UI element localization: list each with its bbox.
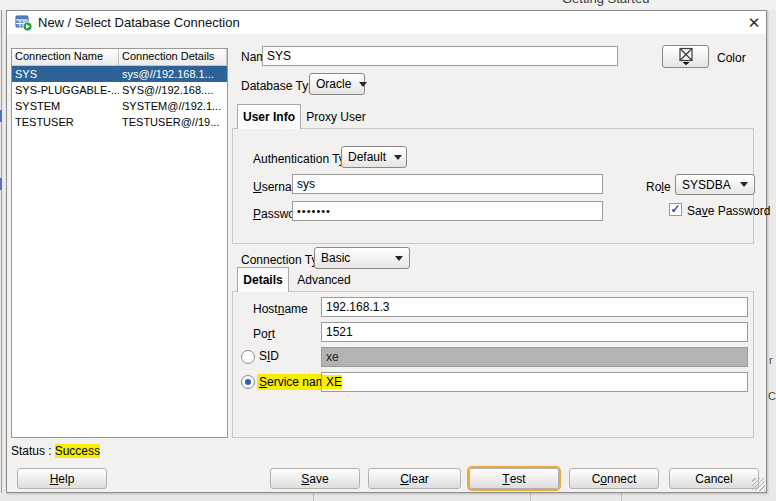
status-line: Status :Success <box>11 444 100 458</box>
connection-type-value: Basic <box>321 251 350 265</box>
table-row[interactable]: SYS sys@//192.168.1... <box>12 66 227 82</box>
close-icon[interactable]: ✕ <box>744 13 764 33</box>
screen: Getting Started r C New / Select Databas… <box>0 0 776 501</box>
connection-details-cell: SYSTEM@//192.1... <box>119 98 227 114</box>
chevron-down-icon <box>395 256 403 261</box>
chevron-down-icon <box>394 155 402 160</box>
background-divider <box>1 10 2 493</box>
background-text-fragment: r <box>769 354 773 366</box>
table-row[interactable]: SYSTEM SYSTEM@//192.1... <box>12 98 227 114</box>
help-button[interactable]: Help <box>17 468 107 489</box>
role-label: Role <box>646 180 671 194</box>
connection-details-cell: TESTUSER@//19... <box>119 114 227 130</box>
sid-value: xe <box>326 350 339 364</box>
save-password-label: Save Password <box>687 204 770 218</box>
chevron-down-icon <box>359 82 367 87</box>
column-header-connection-name[interactable]: Connection Name <box>12 49 119 66</box>
color-picker-button[interactable] <box>662 45 709 68</box>
hostname-input[interactable]: 192.168.1.3 <box>321 297 748 317</box>
sid-radio[interactable] <box>241 350 255 364</box>
service-name-input[interactable]: XE <box>321 372 748 392</box>
color-label: Color <box>717 51 746 65</box>
resize-grip[interactable] <box>752 478 765 491</box>
database-connection-icon <box>15 14 33 32</box>
connection-list: Connection Name Connection Details SYS s… <box>11 48 228 438</box>
save-password-checkbox[interactable]: ✓ <box>669 203 682 216</box>
name-input[interactable]: SYS <box>262 46 618 66</box>
cancel-button[interactable]: Cancel <box>669 468 759 489</box>
connection-name-cell: SYS-PLUGGABLE-... <box>12 82 119 98</box>
connection-name-cell: SYS <box>12 66 119 82</box>
tab-details[interactable]: Details <box>237 267 289 292</box>
background-app-right: r C <box>767 10 776 493</box>
table-row[interactable]: SYS-PLUGGABLE-... SYS@//192.168.... <box>12 82 227 98</box>
username-value: sys <box>297 177 315 191</box>
dialog-titlebar: New / Select Database Connection ✕ <box>7 11 766 34</box>
background-link-fragment <box>0 110 2 122</box>
sid-input: xe <box>321 347 748 367</box>
background-gridline <box>621 493 622 501</box>
port-input[interactable]: 1521 <box>321 322 748 342</box>
background-gridline <box>313 493 314 501</box>
tab-user-info[interactable]: User Info <box>237 104 301 129</box>
service-name-value: XE <box>322 375 342 389</box>
status-label: Status : <box>11 444 52 458</box>
connection-name-cell: SYSTEM <box>12 98 119 114</box>
tab-proxy-user[interactable]: Proxy User <box>304 104 368 129</box>
service-name-radio[interactable] <box>241 375 255 389</box>
chevron-down-icon <box>740 182 748 187</box>
port-label: Port <box>253 327 275 341</box>
port-value: 1521 <box>326 325 353 339</box>
database-type-dropdown[interactable]: Oracle <box>309 73 365 95</box>
name-value: SYS <box>267 49 291 63</box>
connection-name-cell: TESTUSER <box>12 114 119 130</box>
connection-details-cell: sys@//192.168.1... <box>119 66 227 82</box>
connection-type-dropdown[interactable]: Basic <box>314 247 410 269</box>
hostname-label: Hostname <box>253 302 308 316</box>
hostname-value: 192.168.1.3 <box>326 300 389 314</box>
database-connection-dialog: New / Select Database Connection ✕ Conne… <box>6 10 767 493</box>
column-header-connection-details[interactable]: Connection Details <box>119 49 227 66</box>
username-input[interactable]: sys <box>292 174 603 194</box>
connection-list-header: Connection Name Connection Details <box>12 49 227 66</box>
connect-button[interactable]: Connect <box>569 468 659 489</box>
background-app-top: Getting Started <box>0 0 776 10</box>
save-button[interactable]: Save <box>270 468 360 489</box>
role-value: SYSDBA <box>682 178 731 192</box>
status-value: Success <box>55 444 100 458</box>
background-tab-label: Getting Started <box>562 0 649 6</box>
database-type-value: Oracle <box>316 77 351 91</box>
connection-details-cell: SYS@//192.168.... <box>119 82 227 98</box>
background-text-fragment: C <box>768 390 776 402</box>
sid-label: SID <box>259 349 279 363</box>
authentication-type-value: Default <box>348 150 386 164</box>
background-app-bottom <box>0 493 776 501</box>
password-value: ••••••• <box>297 205 331 217</box>
tab-advanced[interactable]: Advanced <box>292 267 356 292</box>
password-input[interactable]: ••••••• <box>292 201 603 221</box>
authentication-type-dropdown[interactable]: Default <box>341 146 407 168</box>
check-icon: ✓ <box>670 204 680 214</box>
no-color-icon <box>678 47 694 66</box>
background-link-fragment <box>0 178 2 190</box>
background-gridline <box>530 493 531 501</box>
clear-button[interactable]: Clear <box>368 468 461 489</box>
test-button[interactable]: Test <box>469 468 559 489</box>
role-dropdown[interactable]: SYSDBA <box>675 174 755 195</box>
dialog-title: New / Select Database Connection <box>38 15 240 30</box>
table-row[interactable]: TESTUSER TESTUSER@//19... <box>12 114 227 130</box>
